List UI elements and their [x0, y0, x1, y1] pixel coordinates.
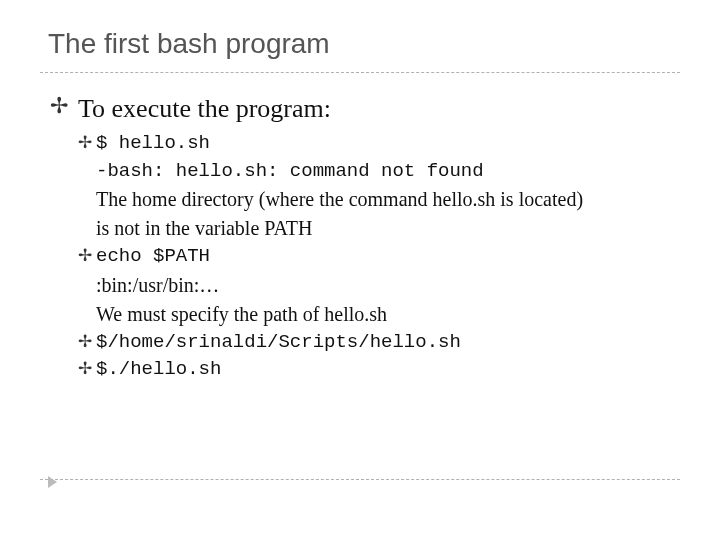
line-note2: We must specify the path of hello.sh	[78, 300, 680, 329]
divider-bottom	[40, 479, 680, 480]
prose-text: The home directory (where the command he…	[96, 185, 583, 214]
code-text: $/home/srinaldi/Scripts/hello.sh	[96, 329, 461, 357]
pilcrow-icon: ✢	[78, 356, 96, 382]
pilcrow-icon: ✢	[78, 329, 96, 355]
pilcrow-icon: ✢	[50, 93, 68, 119]
prose-text: is not in the variable PATH	[96, 214, 312, 243]
content-area: ✢ To execute the program: ✢ $ hello.sh -…	[40, 93, 680, 384]
code-text: echo $PATH	[96, 243, 210, 271]
pilcrow-icon: ✢	[78, 130, 96, 156]
prose-text: We must specify the path of hello.sh	[96, 300, 387, 329]
line-cmd4: ✢ $./hello.sh	[78, 356, 680, 384]
arrow-right-icon	[48, 476, 57, 488]
slide-title: The first bash program	[40, 28, 680, 60]
main-bullet: ✢ To execute the program:	[50, 93, 680, 124]
code-text: -bash: hello.sh: command not found	[96, 158, 484, 186]
line-cmd3: ✢ $/home/srinaldi/Scripts/hello.sh	[78, 329, 680, 357]
divider-top	[40, 72, 680, 73]
pilcrow-icon: ✢	[78, 243, 96, 269]
code-text: $ hello.sh	[96, 130, 210, 158]
line-err: -bash: hello.sh: command not found	[78, 158, 680, 186]
code-text: $./hello.sh	[96, 356, 221, 384]
main-heading: To execute the program:	[78, 93, 331, 124]
line-cmd2: ✢ echo $PATH	[78, 243, 680, 271]
line-cmd1: ✢ $ hello.sh	[78, 130, 680, 158]
line-out2: :bin:/usr/bin:…	[78, 271, 680, 300]
line-note1b: is not in the variable PATH	[78, 214, 680, 243]
line-note1a: The home directory (where the command he…	[78, 185, 680, 214]
body-lines: ✢ $ hello.sh -bash: hello.sh: command no…	[50, 130, 680, 384]
prose-text: :bin:/usr/bin:…	[96, 271, 219, 300]
